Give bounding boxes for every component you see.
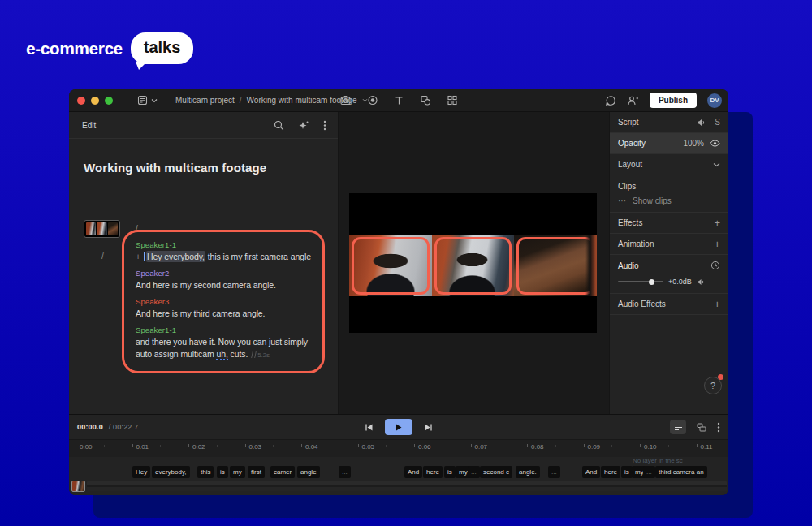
timeline-word-chip[interactable]: third camera an [655,466,707,478]
more-options-icon[interactable] [323,120,326,131]
effects-row[interactable]: Effects + [610,213,728,234]
speaker-label[interactable]: Speaker3 [136,297,313,306]
text-tool-icon[interactable] [395,96,404,106]
transcript-text[interactable]: And here is my second camera angle. [136,279,313,291]
audio-gain-slider[interactable] [618,281,663,282]
opacity-value[interactable]: 100% [683,139,704,148]
timeline-word-chip[interactable]: second c [480,466,512,478]
word-span[interactable]: uh, [216,349,227,360]
volume-icon[interactable] [697,278,706,286]
timeline-word-chip[interactable]: everybody, [152,466,190,478]
timeline-word-chip[interactable]: here [601,466,620,478]
timeline-word-chip[interactable]: And [404,466,422,478]
timeline-word-chip[interactable]: is [621,466,633,478]
edit-tab[interactable]: Edit [82,121,96,130]
audio-gain-value[interactable]: +0.0dB [668,278,692,286]
speaker-label[interactable]: Speaker1-1 [136,240,313,249]
transcript-line[interactable]: Speaker1-1and there you have it. Now you… [136,326,313,361]
search-icon[interactable] [274,120,284,131]
add-media-icon[interactable] [340,95,352,106]
timeline-word-chip[interactable]: ... [468,466,480,478]
speaker-label[interactable]: Speaker1-1 [136,326,313,334]
camera-angle-3[interactable] [514,235,597,296]
invite-person-icon[interactable] [627,95,639,106]
slider-thumb[interactable] [649,279,654,285]
word-span[interactable]: cuts. [228,349,248,359]
audio-history-icon[interactable] [710,261,720,270]
layout-row[interactable]: Layout [610,154,728,175]
project-switcher[interactable] [137,95,158,106]
timeline-word-chip[interactable]: angle. [516,466,540,478]
camera-angle-2[interactable] [432,235,515,296]
transcript-text[interactable]: +Hey everybody, this is my first camera … [136,251,313,263]
word-track[interactable]: Heyeverybody,thisismyfirstcamerangle...A… [69,465,728,479]
transcript-line[interactable]: Speaker3And here is my third camera angl… [136,297,313,320]
clips-ellipsis-icon[interactable]: ··· [618,196,626,205]
tracks-icon[interactable] [697,423,706,432]
window-controls[interactable] [77,97,113,105]
close-window-button[interactable] [77,97,85,105]
timeline-word-chip[interactable]: is [217,466,228,478]
preview-canvas[interactable] [339,112,610,414]
word-span[interactable]: Hey everybody, [146,251,205,262]
speaker-label[interactable]: Speaker2 [136,269,313,278]
timeline-word-chip[interactable]: ... [339,466,351,478]
play-button[interactable] [385,419,412,435]
publish-button[interactable]: Publish [650,93,697,108]
word-span[interactable]: this is my first camera angle [205,252,311,261]
add-animation-icon[interactable]: + [714,240,720,248]
timeline-word-chip[interactable]: here [423,466,443,478]
timeline-word-chip[interactable]: my [230,466,245,478]
transcript-text[interactable]: and there you have it. Now you can just … [136,336,313,361]
skip-back-icon[interactable] [365,423,374,432]
word-span[interactable]: And here is my third camera angle. [136,308,265,318]
breadcrumb-project[interactable]: Multicam project [175,96,235,105]
clip-thumbnail[interactable] [71,481,85,492]
word-span[interactable]: And here is my second camera angle. [136,280,276,290]
timeline-word-chip[interactable]: is [444,466,456,478]
comments-icon[interactable] [605,95,616,106]
add-block-plus[interactable]: + [136,252,140,261]
add-effect-icon[interactable]: + [714,219,720,227]
transcript-line[interactable]: Speaker2And here is my second camera ang… [136,269,313,291]
audio-effects-row[interactable]: Audio Effects + [610,294,728,315]
timeline-word-chip[interactable]: And [582,466,600,478]
script-row[interactable]: Script S [610,112,728,133]
minimize-window-button[interactable] [91,97,99,105]
audio-waveform-strip[interactable] [87,481,727,491]
speaker-volume-icon[interactable] [697,119,706,127]
media-track[interactable] [69,481,728,494]
shapes-icon[interactable] [421,95,431,106]
skip-forward-icon[interactable] [424,423,433,432]
timeline-view-toggle[interactable] [670,420,686,434]
timeline-word-chip[interactable]: first [248,466,265,478]
user-avatar[interactable]: DV [707,93,722,108]
document-title[interactable]: Working with multicam footage [84,161,338,175]
show-clips-row[interactable]: ··· Show clips [610,192,728,213]
maximize-window-button[interactable] [105,97,113,105]
timeline-word-chip[interactable]: angle [297,466,320,478]
help-button[interactable]: ? [704,377,722,394]
ai-sparkle-icon[interactable] [298,120,309,131]
opacity-row[interactable]: Opacity 100% [610,133,728,154]
eye-icon[interactable] [710,140,720,147]
transcript-line[interactable]: Speaker1-1+Hey everybody, this is my fir… [136,240,313,263]
scene-thumbnail[interactable] [84,220,120,238]
record-icon[interactable] [368,95,378,106]
animation-row[interactable]: Animation + [610,234,728,255]
templates-grid-icon[interactable] [447,95,458,106]
camera-angle-1[interactable] [349,235,432,296]
timeline-word-chip[interactable]: this [197,466,214,478]
timeline-options-icon[interactable] [717,422,720,433]
gap-indicator[interactable]: 5.2s [252,351,270,359]
timeline-word-chip[interactable]: camer [270,466,295,478]
add-audio-effect-icon[interactable]: + [714,300,720,308]
audio-row[interactable]: Audio [610,255,728,276]
timeline-word-chip[interactable]: ... [548,466,560,478]
timeline-ruler[interactable]: 0:000:010:020:030:040:050:060:070:080:09… [69,439,728,457]
video-frame[interactable] [349,193,597,333]
transcript-text[interactable]: And here is my third camera angle. [136,308,313,320]
timeline-word-chip[interactable]: Hey [132,466,150,478]
show-clips-label[interactable]: Show clips [633,196,672,205]
timeline-word-chip[interactable]: ... [643,466,655,478]
